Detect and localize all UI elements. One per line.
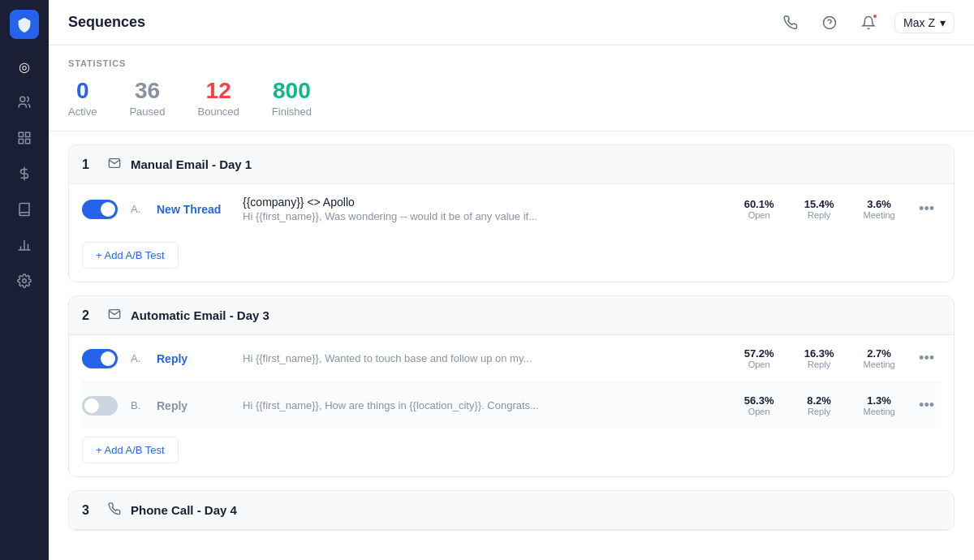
stat-active-value: 0 xyxy=(76,80,89,102)
step-block-3: 3 Phone Call - Day 4 xyxy=(68,490,955,531)
stat-paused-label: Paused xyxy=(129,106,165,118)
step-2-body: A. Reply Hi {{first_name}}, Wanted to to… xyxy=(69,335,954,476)
step-2-add-ab-button[interactable]: + Add A/B Test xyxy=(82,437,179,463)
contacts-icon[interactable] xyxy=(10,88,39,117)
stat-bounced: 12 Bounced xyxy=(198,80,239,118)
svg-rect-3 xyxy=(19,140,23,144)
variant-row: B. Reply Hi {{first_name}}, How are thin… xyxy=(82,382,941,429)
svg-point-0 xyxy=(20,97,25,101)
stat-open-value: 60.1% xyxy=(744,198,774,210)
variant-2b-preview: Hi {{first_name}}, How are things in {{l… xyxy=(243,399,726,411)
variant-row: A. New Thread {{company}} <> Apollo Hi {… xyxy=(82,184,941,234)
variant-1a-name[interactable]: New Thread xyxy=(157,203,230,216)
user-menu[interactable]: Max Z ▾ xyxy=(894,12,955,33)
stat-open: 56.3% Open xyxy=(739,394,779,416)
step-1-body: A. New Thread {{company}} <> Apollo Hi {… xyxy=(69,184,954,282)
variant-1a-subject: {{company}} <> Apollo xyxy=(243,196,726,209)
stat-bounced-value: 12 xyxy=(206,80,231,102)
main-content: Sequences Max Z ▾ xyxy=(49,0,974,560)
user-name: Max Z xyxy=(903,16,935,29)
bar-chart-icon[interactable] xyxy=(10,230,39,260)
help-button[interactable] xyxy=(817,10,843,36)
variant-2b-more-button[interactable]: ••• xyxy=(912,394,941,417)
stat-reply-label: Reply xyxy=(808,210,830,220)
step-3-number: 3 xyxy=(82,503,98,518)
stat-reply: 8.2% Reply xyxy=(799,394,839,416)
dashboard-icon[interactable]: ◎ xyxy=(10,52,39,81)
stat-active-label: Active xyxy=(68,106,97,118)
variant-1a-letter: A. xyxy=(131,203,144,215)
statistics-section: STATISTICS 0 Active 36 Paused 12 Bounced… xyxy=(49,45,974,131)
stat-paused-value: 36 xyxy=(135,80,160,102)
settings-icon[interactable] xyxy=(10,266,39,295)
steps-container: 1 Manual Email - Day 1 xyxy=(49,144,974,531)
stat-meeting: 1.3% Meeting xyxy=(859,394,899,416)
step-2-number: 2 xyxy=(82,308,98,323)
page-title: Sequences xyxy=(68,14,145,31)
step-3-title: Phone Call - Day 4 xyxy=(131,503,237,517)
step-2-header: 2 Automatic Email - Day 3 xyxy=(69,296,954,335)
variant-row: A. Reply Hi {{first_name}}, Wanted to to… xyxy=(82,335,941,382)
stat-reply-value: 15.4% xyxy=(804,198,834,210)
step-block-2: 2 Automatic Email - Day 3 xyxy=(68,295,955,477)
stat-active: 0 Active xyxy=(68,80,97,118)
stats-row: 0 Active 36 Paused 12 Bounced 800 Finish… xyxy=(68,80,955,118)
stat-meeting-value: 2.7% xyxy=(867,347,891,360)
grid-icon[interactable] xyxy=(10,123,39,153)
svg-rect-2 xyxy=(26,132,30,136)
stat-open-label: Open xyxy=(748,360,770,369)
topbar-actions: Max Z ▾ xyxy=(778,10,955,36)
stat-open-value: 56.3% xyxy=(744,394,774,407)
svg-point-10 xyxy=(23,279,27,283)
variant-1a-toggle[interactable] xyxy=(82,200,118,219)
dollar-icon[interactable] xyxy=(10,159,39,188)
variant-2b-email-content: Hi {{first_name}}, How are things in {{l… xyxy=(243,399,726,411)
step-1-email-icon xyxy=(108,157,121,172)
stat-meeting-label: Meeting xyxy=(864,407,895,416)
statistics-label: STATISTICS xyxy=(68,58,955,68)
svg-rect-4 xyxy=(26,140,30,144)
stat-meeting-label: Meeting xyxy=(864,360,895,369)
stat-open: 60.1% Open xyxy=(739,198,779,220)
stat-bounced-label: Bounced xyxy=(198,106,239,118)
step-3-header: 3 Phone Call - Day 4 xyxy=(69,491,954,530)
stat-finished-value: 800 xyxy=(273,80,311,102)
chevron-down-icon: ▾ xyxy=(940,16,946,29)
stat-reply: 16.3% Reply xyxy=(799,347,839,369)
variant-1a-stats: 60.1% Open 15.4% Reply 3.6% Meeting xyxy=(739,198,899,220)
step-1-add-ab-button[interactable]: + Add A/B Test xyxy=(82,242,179,269)
stat-open-value: 57.2% xyxy=(744,347,774,360)
step-block-1: 1 Manual Email - Day 1 xyxy=(68,144,955,282)
step-1-header: 1 Manual Email - Day 1 xyxy=(69,145,954,184)
variant-2b-toggle[interactable] xyxy=(82,396,118,416)
step-1-number: 1 xyxy=(82,157,98,172)
stat-meeting: 2.7% Meeting xyxy=(859,347,899,369)
variant-2a-toggle[interactable] xyxy=(82,349,118,368)
stat-reply-value: 16.3% xyxy=(804,347,834,360)
stat-open-label: Open xyxy=(748,407,770,416)
step-3-phone-icon xyxy=(108,502,121,518)
svg-rect-1 xyxy=(19,132,23,136)
book-icon[interactable] xyxy=(10,195,39,224)
variant-2b-name[interactable]: Reply xyxy=(157,399,230,412)
variant-1a-more-button[interactable]: ••• xyxy=(912,197,941,221)
variant-2a-name[interactable]: Reply xyxy=(157,352,230,365)
step-1-title: Manual Email - Day 1 xyxy=(131,157,252,171)
variant-2a-more-button[interactable]: ••• xyxy=(912,347,941,370)
variant-2a-email-content: Hi {{first_name}}, Wanted to touch base … xyxy=(243,352,726,364)
phone-button[interactable] xyxy=(778,10,804,36)
logo[interactable] xyxy=(10,10,39,39)
stat-meeting-value: 3.6% xyxy=(867,198,891,210)
stat-open-label: Open xyxy=(748,210,770,220)
variant-2a-letter: A. xyxy=(131,352,144,364)
stat-meeting-value: 1.3% xyxy=(867,394,891,407)
stat-reply-value: 8.2% xyxy=(807,394,831,407)
notifications-button[interactable] xyxy=(855,10,881,36)
stat-finished: 800 Finished xyxy=(272,80,312,118)
content-area: STATISTICS 0 Active 36 Paused 12 Bounced… xyxy=(49,45,974,560)
toggle-slider xyxy=(82,396,118,416)
stat-reply: 15.4% Reply xyxy=(799,198,839,220)
stat-open: 57.2% Open xyxy=(739,347,779,369)
variant-1a-email-content: {{company}} <> Apollo Hi {{first_name}},… xyxy=(243,196,726,222)
step-2-email-icon xyxy=(108,308,121,323)
